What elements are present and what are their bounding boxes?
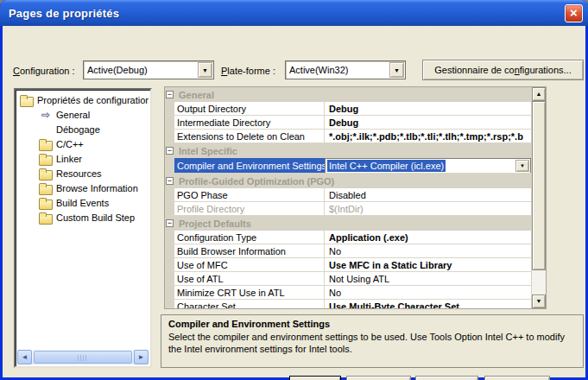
section-header-project-defaults: −Project Defaults [165, 216, 531, 231]
config-tree: Propriétés de configuration⇨GeneralDébog… [17, 92, 149, 350]
property-row-build-browser-information[interactable]: Build Browser InformationNo [165, 244, 531, 258]
description-title: Compiler and Environment Settings [168, 319, 576, 329]
configuration-tree-panel: Propriétés de configuration⇨GeneralDébog… [14, 88, 152, 368]
configuration-select[interactable]: Active(Debug) ▼ [83, 60, 214, 79]
property-label: Profile Directory [174, 202, 325, 215]
tree-horizontal-scrollbar[interactable]: ◄ ► [17, 350, 149, 364]
help-button[interactable]: Aide [484, 376, 550, 380]
folder-icon [38, 212, 54, 224]
tree-item-label: Custom Build Step [56, 212, 135, 223]
tree-item-label: C/C++ [56, 139, 84, 149]
dialog-body: Configuration : Active(Debug) ▼ Plate-fo… [3, 26, 585, 377]
chevron-down-icon[interactable]: ▼ [198, 62, 212, 78]
property-row-extensions-to-delete-on-clean[interactable]: Extensions to Delete on Clean*.obj;*.ilk… [165, 130, 531, 143]
cancel-button[interactable]: Annuler [346, 376, 411, 380]
property-value: Use Multi-Byte Character Set [325, 300, 531, 308]
scrollbar-thumb[interactable] [34, 351, 132, 364]
scroll-up-icon[interactable]: ▲ [532, 87, 546, 101]
value-combo-text: Intel C++ Compiler (icl.exe) [327, 160, 446, 172]
section-header-general: −General [165, 87, 531, 102]
property-label: Use of MFC [174, 258, 325, 271]
tree-item-resources[interactable]: Resources [17, 166, 149, 180]
section-label: Project Defaults [165, 218, 251, 229]
property-row-configuration-type[interactable]: Configuration TypeApplication (.exe) [165, 231, 531, 244]
scroll-down-icon[interactable]: ▼ [532, 294, 546, 308]
configuration-selected-value: Active(Debug) [84, 65, 197, 75]
scrollbar-thumb[interactable] [532, 101, 546, 270]
apply-button[interactable]: Appliquer [415, 376, 478, 380]
property-row-pgo-phase[interactable]: PGO PhaseDisabled [165, 188, 531, 202]
tree-item-general[interactable]: ⇨General [17, 107, 149, 122]
folder-icon [38, 168, 54, 180]
tree-item-linker[interactable]: Linker [17, 151, 149, 166]
tree-item-label: Propriétés de configuration [37, 95, 149, 105]
tree-item-label: Browse Information [56, 183, 138, 193]
configuration-label: Configuration : [13, 66, 75, 76]
property-row-output-directory[interactable]: Output DirectoryDebug [165, 102, 531, 116]
tree-item-label: Linker [56, 154, 82, 164]
scroll-left-icon[interactable]: ◄ [17, 350, 32, 364]
property-label: Configuration Type [174, 231, 325, 244]
property-label: Compiler and Environment Settings [174, 158, 325, 173]
property-label: Intermediate Directory [174, 116, 325, 129]
property-label: Use of ATL [174, 272, 325, 285]
property-label: Output Directory [174, 102, 325, 115]
tree-item-propri-t-s-de-configuration[interactable]: Propriétés de configuration [17, 92, 149, 107]
property-value: $(IntDir) [325, 202, 531, 215]
value-combo[interactable]: Intel C++ Compiler (icl.exe)▼ [325, 158, 531, 173]
property-value: Debug [325, 116, 531, 129]
property-value: No [325, 286, 531, 299]
property-row-minimize-crt-use-in-atl[interactable]: Minimize CRT Use in ATLNo [165, 286, 531, 300]
platform-selected-value: Active(Win32) [286, 65, 389, 75]
scroll-right-icon[interactable]: ► [134, 350, 149, 364]
tree-item-browse-information[interactable]: Browse Information [17, 180, 149, 195]
property-row-use-of-atl[interactable]: Use of ATLNot Using ATL [165, 272, 531, 286]
collapse-icon[interactable]: − [166, 219, 174, 227]
arrow-icon: ⇨ [38, 109, 54, 121]
property-label: Extensions to Delete on Clean [174, 130, 325, 142]
dropdown-icon[interactable]: ▼ [515, 160, 529, 172]
chevron-down-icon[interactable]: ▼ [389, 62, 404, 78]
property-row-intermediate-directory[interactable]: Intermediate DirectoryDebug [165, 116, 531, 130]
property-value: Use MFC in a Static Library [325, 258, 531, 271]
property-label: Character Set [174, 300, 325, 308]
platform-select[interactable]: Active(Win32) ▼ [285, 60, 406, 79]
collapse-icon[interactable]: − [166, 177, 174, 185]
folder-icon [38, 197, 54, 209]
property-grid-rows: −GeneralOutput DirectoryDebugIntermediat… [165, 87, 531, 308]
platform-label: Plate-forme : [221, 66, 275, 76]
property-value: Intel C++ Compiler (icl.exe)▼ [325, 158, 531, 173]
ok-button[interactable]: OK [289, 376, 341, 380]
folder-icon [38, 153, 54, 165]
title-bar[interactable]: Pages de propriétés × [0, 0, 588, 26]
property-row-compiler-and-environment-settings[interactable]: Compiler and Environment SettingsIntel C… [165, 158, 531, 174]
tree-item-custom-build-step[interactable]: Custom Build Step [17, 210, 149, 225]
tree-item-c-c[interactable]: C/C++ [17, 136, 149, 151]
window-title: Pages de propriétés [0, 7, 119, 20]
property-label: Minimize CRT Use in ATL [174, 286, 325, 299]
collapse-icon[interactable]: − [166, 91, 174, 98]
property-value: Application (.exe) [325, 231, 531, 244]
tree-item-build-events[interactable]: Build Events [17, 195, 149, 210]
configuration-label-accel: C [13, 66, 20, 76]
collapse-icon[interactable]: − [166, 147, 174, 155]
tree-item-label: General [56, 110, 90, 120]
none-icon [38, 124, 54, 136]
description-panel: Compiler and Environment Settings Select… [161, 314, 584, 368]
tree-item-label: Build Events [56, 198, 109, 208]
platform-label-rest: late-forme : [227, 66, 275, 76]
section-label: Profile-Guided Optimization (PGO) [165, 176, 334, 187]
property-row-use-of-mfc[interactable]: Use of MFCUse MFC in a Static Library [165, 258, 531, 272]
open-folder-icon [19, 94, 35, 106]
grid-vertical-scrollbar[interactable]: ▲ ▼ [531, 87, 546, 308]
configuration-manager-button[interactable]: Gestionnaire de configurations... [422, 60, 584, 80]
tree-item-d-bogage[interactable]: Débogage [17, 122, 149, 136]
property-label: PGO Phase [174, 188, 325, 201]
property-value: Debug [325, 102, 531, 115]
property-row-profile-directory[interactable]: Profile Directory$(IntDir) [165, 202, 531, 216]
property-label: Build Browser Information [174, 244, 325, 257]
section-label: Intel Specific [165, 146, 237, 156]
property-row-character-set[interactable]: Character SetUse Multi-Byte Character Se… [165, 300, 531, 308]
close-icon[interactable]: × [565, 4, 583, 22]
property-value: No [325, 244, 531, 257]
